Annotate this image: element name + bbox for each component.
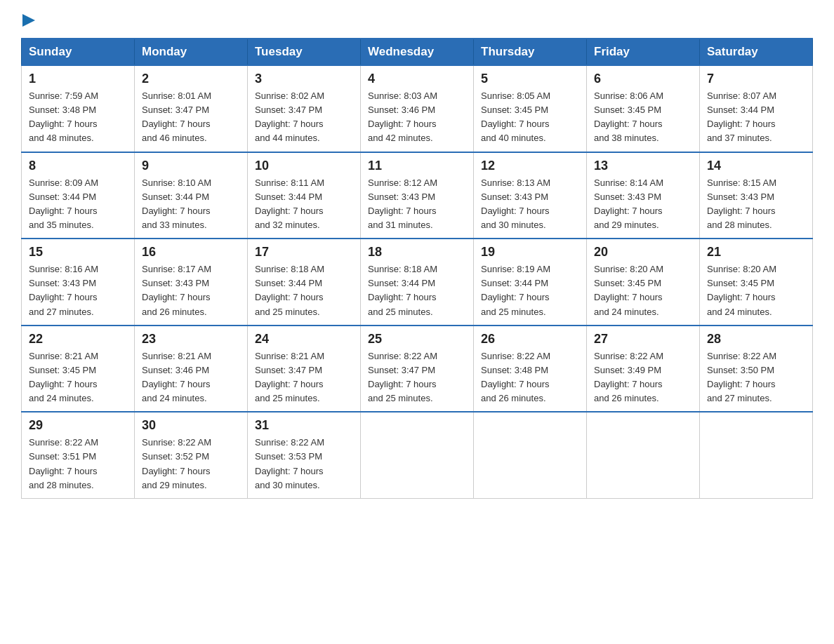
day-number: 3 xyxy=(255,72,353,86)
week-row-1: 1 Sunrise: 7:59 AMSunset: 3:48 PMDayligh… xyxy=(22,65,813,152)
calendar-cell: 1 Sunrise: 7:59 AMSunset: 3:48 PMDayligh… xyxy=(22,65,135,152)
day-info: Sunrise: 8:20 AMSunset: 3:45 PMDaylight:… xyxy=(707,264,776,316)
page-header xyxy=(21,14,813,27)
day-number: 10 xyxy=(255,159,353,173)
day-number: 29 xyxy=(29,418,127,433)
day-number: 6 xyxy=(594,72,692,86)
calendar-cell: 14 Sunrise: 8:15 AMSunset: 3:43 PMDaylig… xyxy=(700,152,813,239)
day-number: 20 xyxy=(594,245,692,260)
calendar-cell: 2 Sunrise: 8:01 AMSunset: 3:47 PMDayligh… xyxy=(135,65,248,152)
header-monday: Monday xyxy=(135,39,248,65)
calendar-cell: 5 Sunrise: 8:05 AMSunset: 3:45 PMDayligh… xyxy=(474,65,587,152)
day-info: Sunrise: 8:10 AMSunset: 3:44 PMDaylight:… xyxy=(142,177,211,230)
day-info: Sunrise: 8:22 AMSunset: 3:52 PMDaylight:… xyxy=(142,437,211,490)
day-number: 1 xyxy=(29,72,127,86)
calendar-cell: 22 Sunrise: 8:21 AMSunset: 3:45 PMDaylig… xyxy=(22,326,135,412)
week-row-2: 8 Sunrise: 8:09 AMSunset: 3:44 PMDayligh… xyxy=(22,152,813,239)
day-number: 27 xyxy=(594,332,692,347)
day-info: Sunrise: 8:01 AMSunset: 3:47 PMDaylight:… xyxy=(142,90,211,143)
day-number: 22 xyxy=(29,332,127,347)
header-wednesday: Wednesday xyxy=(361,39,474,65)
day-number: 26 xyxy=(481,332,579,347)
calendar-cell: 21 Sunrise: 8:20 AMSunset: 3:45 PMDaylig… xyxy=(700,239,813,326)
calendar-cell: 25 Sunrise: 8:22 AMSunset: 3:47 PMDaylig… xyxy=(361,326,474,412)
calendar-cell: 17 Sunrise: 8:18 AMSunset: 3:44 PMDaylig… xyxy=(248,239,361,326)
calendar-cell: 19 Sunrise: 8:19 AMSunset: 3:44 PMDaylig… xyxy=(474,239,587,326)
calendar-cell: 28 Sunrise: 8:22 AMSunset: 3:50 PMDaylig… xyxy=(700,326,813,412)
day-info: Sunrise: 8:06 AMSunset: 3:45 PMDaylight:… xyxy=(594,90,663,143)
calendar-cell: 13 Sunrise: 8:14 AMSunset: 3:43 PMDaylig… xyxy=(587,152,700,239)
day-info: Sunrise: 8:22 AMSunset: 3:49 PMDaylight:… xyxy=(594,351,663,403)
day-number: 25 xyxy=(368,332,466,347)
day-number: 21 xyxy=(707,245,805,260)
day-number: 15 xyxy=(29,245,127,260)
day-number: 7 xyxy=(707,72,805,86)
header-tuesday: Tuesday xyxy=(248,39,361,65)
day-number: 4 xyxy=(368,72,466,86)
calendar-cell xyxy=(700,412,813,498)
calendar-header-row: Sunday Monday Tuesday Wednesday Thursday… xyxy=(22,39,813,65)
logo xyxy=(21,14,35,27)
calendar-cell: 10 Sunrise: 8:11 AMSunset: 3:44 PMDaylig… xyxy=(248,152,361,239)
day-info: Sunrise: 8:02 AMSunset: 3:47 PMDaylight:… xyxy=(255,90,324,143)
day-info: Sunrise: 8:03 AMSunset: 3:46 PMDaylight:… xyxy=(368,90,437,143)
calendar-cell: 3 Sunrise: 8:02 AMSunset: 3:47 PMDayligh… xyxy=(248,65,361,152)
day-info: Sunrise: 8:15 AMSunset: 3:43 PMDaylight:… xyxy=(707,177,776,230)
day-info: Sunrise: 8:12 AMSunset: 3:43 PMDaylight:… xyxy=(368,177,437,230)
week-row-4: 22 Sunrise: 8:21 AMSunset: 3:45 PMDaylig… xyxy=(22,326,813,412)
calendar-cell: 16 Sunrise: 8:17 AMSunset: 3:43 PMDaylig… xyxy=(135,239,248,326)
day-number: 9 xyxy=(142,159,240,173)
calendar-cell: 20 Sunrise: 8:20 AMSunset: 3:45 PMDaylig… xyxy=(587,239,700,326)
day-info: Sunrise: 8:14 AMSunset: 3:43 PMDaylight:… xyxy=(594,177,663,230)
calendar-cell: 31 Sunrise: 8:22 AMSunset: 3:53 PMDaylig… xyxy=(248,412,361,498)
day-number: 13 xyxy=(594,159,692,173)
calendar-cell: 7 Sunrise: 8:07 AMSunset: 3:44 PMDayligh… xyxy=(700,65,813,152)
calendar-cell: 4 Sunrise: 8:03 AMSunset: 3:46 PMDayligh… xyxy=(361,65,474,152)
calendar-table: Sunday Monday Tuesday Wednesday Thursday… xyxy=(21,38,813,499)
header-thursday: Thursday xyxy=(474,39,587,65)
calendar-cell: 18 Sunrise: 8:18 AMSunset: 3:44 PMDaylig… xyxy=(361,239,474,326)
day-info: Sunrise: 8:13 AMSunset: 3:43 PMDaylight:… xyxy=(481,177,550,230)
day-info: Sunrise: 8:05 AMSunset: 3:45 PMDaylight:… xyxy=(481,90,550,143)
calendar-cell: 11 Sunrise: 8:12 AMSunset: 3:43 PMDaylig… xyxy=(361,152,474,239)
day-info: Sunrise: 7:59 AMSunset: 3:48 PMDaylight:… xyxy=(29,90,98,143)
header-sunday: Sunday xyxy=(22,39,135,65)
day-info: Sunrise: 8:22 AMSunset: 3:50 PMDaylight:… xyxy=(707,351,776,403)
calendar-cell: 6 Sunrise: 8:06 AMSunset: 3:45 PMDayligh… xyxy=(587,65,700,152)
calendar-cell: 26 Sunrise: 8:22 AMSunset: 3:48 PMDaylig… xyxy=(474,326,587,412)
day-number: 8 xyxy=(29,159,127,173)
day-info: Sunrise: 8:18 AMSunset: 3:44 PMDaylight:… xyxy=(255,264,324,316)
day-info: Sunrise: 8:09 AMSunset: 3:44 PMDaylight:… xyxy=(29,177,98,230)
day-number: 12 xyxy=(481,159,579,173)
day-info: Sunrise: 8:21 AMSunset: 3:47 PMDaylight:… xyxy=(255,351,324,403)
day-number: 17 xyxy=(255,245,353,260)
day-number: 31 xyxy=(255,418,353,433)
day-number: 24 xyxy=(255,332,353,347)
calendar-cell xyxy=(361,412,474,498)
day-number: 28 xyxy=(707,332,805,347)
day-number: 30 xyxy=(142,418,240,433)
day-number: 23 xyxy=(142,332,240,347)
day-info: Sunrise: 8:21 AMSunset: 3:46 PMDaylight:… xyxy=(142,351,211,403)
calendar-cell: 30 Sunrise: 8:22 AMSunset: 3:52 PMDaylig… xyxy=(135,412,248,498)
day-info: Sunrise: 8:16 AMSunset: 3:43 PMDaylight:… xyxy=(29,264,98,316)
svg-marker-0 xyxy=(22,14,35,27)
calendar-cell: 29 Sunrise: 8:22 AMSunset: 3:51 PMDaylig… xyxy=(22,412,135,498)
day-info: Sunrise: 8:17 AMSunset: 3:43 PMDaylight:… xyxy=(142,264,211,316)
day-number: 19 xyxy=(481,245,579,260)
week-row-3: 15 Sunrise: 8:16 AMSunset: 3:43 PMDaylig… xyxy=(22,239,813,326)
day-info: Sunrise: 8:22 AMSunset: 3:48 PMDaylight:… xyxy=(481,351,550,403)
day-number: 16 xyxy=(142,245,240,260)
day-number: 14 xyxy=(707,159,805,173)
day-info: Sunrise: 8:11 AMSunset: 3:44 PMDaylight:… xyxy=(255,177,324,230)
day-number: 5 xyxy=(481,72,579,86)
day-info: Sunrise: 8:19 AMSunset: 3:44 PMDaylight:… xyxy=(481,264,550,316)
day-info: Sunrise: 8:22 AMSunset: 3:53 PMDaylight:… xyxy=(255,437,324,490)
day-number: 18 xyxy=(368,245,466,260)
calendar-cell xyxy=(474,412,587,498)
day-info: Sunrise: 8:20 AMSunset: 3:45 PMDaylight:… xyxy=(594,264,663,316)
day-info: Sunrise: 8:22 AMSunset: 3:47 PMDaylight:… xyxy=(368,351,437,403)
day-info: Sunrise: 8:21 AMSunset: 3:45 PMDaylight:… xyxy=(29,351,98,403)
header-saturday: Saturday xyxy=(700,39,813,65)
calendar-cell: 23 Sunrise: 8:21 AMSunset: 3:46 PMDaylig… xyxy=(135,326,248,412)
